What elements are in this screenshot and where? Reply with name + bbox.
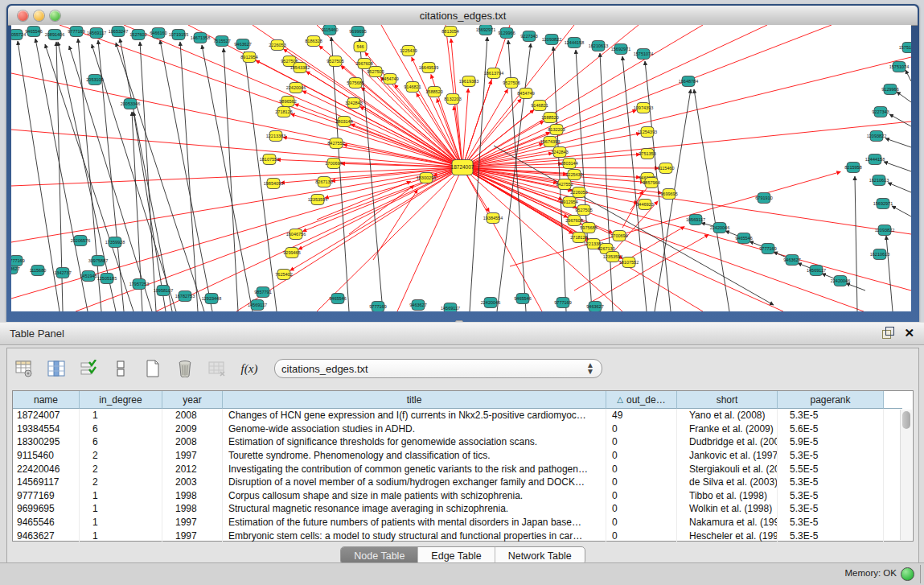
network-node[interactable]: 9527505 [367, 67, 384, 77]
network-node[interactable]: 2226053 [570, 187, 587, 198]
network-node[interactable]: 2226053 [269, 40, 285, 51]
network-node[interactable]: 2803144 [561, 159, 577, 169]
network-node[interactable]: 14569117 [441, 303, 460, 312]
network-node[interactable]: 3242843 [551, 147, 568, 158]
network-node[interactable]: 22420046 [831, 276, 850, 286]
network-node[interactable]: 9896562 [279, 97, 296, 107]
network-node[interactable]: 18724007 [451, 160, 474, 175]
network-node[interactable]: 1115680 [30, 266, 47, 276]
network-node[interactable]: 15692971 [611, 44, 630, 55]
network-node[interactable]: 8132203 [548, 125, 565, 135]
network-node[interactable]: 17359928 [105, 237, 125, 248]
network-node[interactable]: 9446923 [636, 200, 653, 210]
network-node[interactable]: 8454749 [381, 74, 398, 84]
network-node[interactable]: 10674393 [540, 137, 560, 147]
network-node[interactable]: 9857791 [254, 287, 271, 298]
network-node[interactable]: 9527505 [326, 56, 343, 67]
rows-icon[interactable] [109, 356, 133, 381]
column-header-in_degree[interactable]: in_degree [80, 391, 162, 409]
network-node[interactable]: 8215958 [844, 163, 861, 173]
network-node[interactable]: 9129966 [498, 28, 515, 39]
tab-node-table[interactable]: Node Table [341, 547, 418, 564]
network-node[interactable]: 1588520 [541, 113, 558, 123]
network-node[interactable]: 9463627 [783, 255, 800, 266]
table-row[interactable]: 2242004622012Investigating the contribut… [13, 462, 913, 476]
network-node[interactable]: 9527505 [575, 205, 592, 216]
table-scrollbar-thumb[interactable] [902, 411, 910, 429]
column-header-short[interactable]: short [677, 391, 778, 409]
table-row[interactable]: 977716911998Corpus callosum shape and si… [13, 489, 913, 503]
network-node[interactable]: 6791910 [755, 193, 772, 204]
table-scrollbar[interactable] [900, 410, 912, 540]
network-node[interactable]: 2803144 [335, 117, 352, 127]
network-node[interactable]: 9146821 [531, 101, 548, 111]
column-header-year[interactable]: year [162, 391, 223, 409]
network-node[interactable]: 12505185 [97, 274, 117, 284]
network-node[interactable]: 9699695 [660, 189, 677, 200]
network-node[interactable]: 9465546 [514, 294, 531, 304]
network-node[interactable]: 2718126 [275, 107, 292, 117]
network-node[interactable]: 9463627 [234, 39, 251, 50]
tab-edge-table[interactable]: Edge Table [418, 547, 495, 564]
function-icon[interactable]: f(x) [237, 356, 261, 381]
network-node[interactable]: 8267130 [315, 177, 332, 187]
network-node[interactable]: 16210613 [869, 175, 889, 186]
network-node[interactable]: 19619383 [459, 76, 478, 87]
network-node[interactable]: 15692971 [476, 25, 495, 35]
close-panel-icon[interactable]: ✕ [904, 327, 914, 339]
row-select-icon[interactable] [76, 356, 101, 381]
window-titlebar[interactable]: citations_edges.txt [8, 6, 918, 26]
network-node[interactable]: 12353594 [308, 195, 327, 205]
network-node[interactable]: 1342737 [54, 268, 71, 278]
network-node[interactable]: 6466160 [150, 28, 166, 39]
network-node[interactable]: 10653247 [109, 27, 128, 37]
network-node[interactable]: 2967608 [565, 216, 582, 226]
new-document-icon[interactable] [141, 356, 165, 381]
network-node[interactable]: 1588520 [425, 87, 442, 97]
network-node[interactable]: 1700694 [325, 159, 342, 169]
network-node[interactable]: 10958107 [154, 286, 173, 296]
network-node[interactable]: 12213383 [266, 131, 285, 142]
network-node[interactable]: 9777169 [759, 244, 776, 254]
table-row[interactable]: 969969511998Structural magnetic resonanc… [13, 502, 913, 516]
network-node[interactable]: 5975685 [347, 78, 363, 89]
network-node[interactable]: 9115460 [657, 163, 674, 174]
column-header-out_de[interactable]: △out_de… [606, 391, 677, 409]
float-panel-icon[interactable] [882, 327, 894, 339]
network-node[interactable]: 17957253 [129, 279, 149, 290]
network-node[interactable]: 20891406 [45, 30, 64, 40]
network-node[interactable]: 9115460 [321, 25, 338, 35]
network-node[interactable]: 11254393 [638, 127, 657, 138]
network-node[interactable]: 12444158 [865, 154, 885, 165]
delete-icon[interactable] [173, 356, 197, 381]
table-row[interactable]: 1938455462009Genome-wide association stu… [13, 422, 913, 436]
network-canvas[interactable]: 1405572494655462089140697771691456911710… [11, 25, 911, 311]
network-node[interactable]: 12923448 [202, 294, 221, 304]
network-node[interactable]: 8132203 [444, 94, 461, 105]
network-node[interactable]: 9463627 [409, 300, 426, 311]
network-node[interactable]: 5975685 [580, 223, 597, 233]
network-node[interactable]: 9463627 [586, 302, 603, 312]
network-node[interactable]: 9777169 [68, 27, 84, 37]
network-node[interactable]: 18107552 [260, 154, 279, 165]
column-header-title[interactable]: title [223, 391, 606, 409]
network-node[interactable]: 1451945 [80, 271, 97, 282]
network-node[interactable]: 9146821 [404, 82, 421, 93]
network-node[interactable]: 8813054 [441, 27, 458, 37]
network-node[interactable]: 9699695 [349, 27, 366, 37]
network-node[interactable]: 9777169 [554, 298, 571, 308]
network-node[interactable]: 8427552 [556, 179, 573, 190]
column-header-name[interactable]: name [13, 391, 80, 409]
table-selector-dropdown[interactable]: citations_edges.txt ▲▼ [274, 359, 602, 378]
network-node[interactable]: 3242843 [345, 98, 362, 109]
network-node[interactable]: 9751353 [639, 149, 655, 159]
network-node[interactable]: 9777169 [369, 302, 386, 312]
network-node[interactable]: 9299465 [283, 248, 300, 258]
network-node[interactable]: 9527506 [503, 78, 519, 89]
network-node[interactable]: 12444158 [565, 38, 584, 48]
network-node[interactable]: 15692971 [873, 199, 893, 209]
network-node[interactable]: 12093822 [542, 35, 561, 45]
column-visibility-icon[interactable] [44, 356, 68, 381]
network-node[interactable]: 9129966 [881, 84, 898, 95]
tab-network-table[interactable]: Network Table [495, 547, 585, 564]
